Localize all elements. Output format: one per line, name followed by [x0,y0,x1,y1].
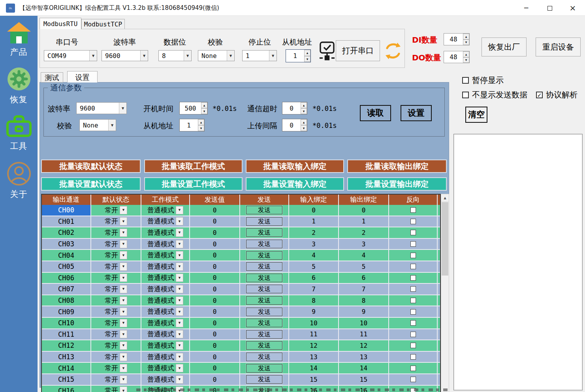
send-button[interactable]: 发送 [246,217,282,226]
spin-up-icon[interactable]: ▲ [304,50,310,56]
protocol-parse-checkbox[interactable]: ✓ 协议解析 [536,90,577,100]
input-bind-cell[interactable]: 1 [289,216,339,227]
invert-checkbox[interactable] [410,207,416,213]
output-bind-cell[interactable]: 12 [339,340,389,351]
send-value-cell[interactable]: 0 [190,284,240,294]
input-bind-cell[interactable]: 7 [289,284,339,294]
chevron-down-icon[interactable]: ▼ [176,319,183,327]
chevron-down-icon[interactable]: ▼ [176,308,183,316]
spin-up-icon[interactable]: ▲ [463,51,469,57]
chevron-down-icon[interactable]: ▼ [176,274,183,282]
stopbits-select[interactable]: 1▼ [242,50,277,61]
read-params-button[interactable]: 读取 [360,105,391,121]
batch-read-work-mode-button[interactable]: 批量读取工作模式 [144,159,243,173]
spin-up-icon[interactable]: ▲ [301,119,307,125]
input-bind-cell[interactable]: 12 [289,340,339,351]
comm-baud-select[interactable]: 9600▼ [76,102,127,114]
send-value-cell[interactable]: 0 [190,374,240,385]
send-button[interactable]: 发送 [246,240,282,248]
tab-test[interactable]: 测试 [41,72,63,83]
send-value-cell[interactable]: 0 [190,329,240,340]
sidebar-item-products[interactable]: 产品 [0,21,38,58]
output-bind-cell[interactable]: 13 [339,352,389,362]
channel-cell[interactable]: CH13 [42,352,91,362]
comm-slave-spinner[interactable]: 1 ▲▼ [179,119,205,131]
batch-set-output-bind-button[interactable]: 批量设置输出绑定 [347,177,447,191]
input-bind-cell[interactable]: 11 [289,329,339,340]
chevron-down-icon[interactable]: ▼ [176,206,183,214]
chevron-down-icon[interactable]: ▼ [120,263,127,271]
default-state-select[interactable]: 常开▼ [91,306,141,317]
channel-cell[interactable]: CH01 [42,216,91,227]
output-bind-cell[interactable]: 0 [339,205,389,216]
work-mode-select[interactable]: 普通模式▼ [141,340,190,351]
spin-down-icon[interactable]: ▼ [198,125,204,131]
output-bind-cell[interactable]: 1 [339,216,389,227]
channel-cell[interactable]: CH03 [42,239,91,249]
work-mode-select[interactable]: 普通模式▼ [141,306,190,317]
timeout-spinner[interactable]: 0 ▲▼ [282,102,307,114]
output-bind-cell[interactable]: 3 [339,239,389,249]
chevron-down-icon[interactable]: ▼ [120,364,127,372]
chevron-down-icon[interactable]: ▼ [176,251,183,259]
batch-set-input-bind-button[interactable]: 批量设置输入绑定 [246,177,344,191]
chevron-down-icon[interactable]: ▼ [120,319,127,327]
output-bind-cell[interactable]: 6 [339,273,389,283]
chevron-down-icon[interactable]: ▼ [120,375,127,384]
work-mode-select[interactable]: 普通模式▼ [141,374,190,385]
spin-down-icon[interactable]: ▼ [201,108,207,114]
channel-cell[interactable]: CH00 [42,205,91,216]
output-bind-cell[interactable]: 11 [339,329,389,340]
chevron-down-icon[interactable]: ▼ [120,274,127,282]
output-bind-cell[interactable]: 9 [339,306,389,317]
upload-interval-spinner[interactable]: 0 ▲▼ [282,119,307,131]
log-output-area[interactable] [453,134,583,390]
default-state-select[interactable]: 常开▼ [91,352,141,362]
invert-checkbox[interactable] [410,366,416,371]
input-bind-cell[interactable]: 3 [289,239,339,249]
send-button[interactable]: 发送 [246,274,282,282]
sidebar-item-about[interactable]: 关于 [0,161,38,200]
chevron-down-icon[interactable]: ▼ [176,296,183,305]
send-button[interactable]: 发送 [246,262,282,271]
set-params-button[interactable]: 设置 [401,105,432,121]
invert-checkbox[interactable] [410,253,416,258]
input-bind-cell[interactable]: 10 [289,318,339,328]
chevron-down-icon[interactable]: ▼ [176,375,183,384]
chevron-down-icon[interactable]: ▼ [120,353,127,361]
spin-up-icon[interactable]: ▲ [198,119,204,125]
send-value-cell[interactable]: 0 [190,227,240,238]
output-bind-cell[interactable]: 14 [339,363,389,373]
chevron-down-icon[interactable]: ▼ [176,330,183,338]
channel-cell[interactable]: CH02 [42,227,91,238]
default-state-select[interactable]: 常开▼ [91,284,141,294]
spin-down-icon[interactable]: ▼ [463,57,469,63]
chevron-down-icon[interactable]: ▼ [120,206,127,214]
output-bind-cell[interactable]: 5 [339,261,389,272]
input-bind-cell[interactable]: 6 [289,273,339,283]
invert-checkbox[interactable] [410,298,416,303]
input-bind-cell[interactable]: 5 [289,261,339,272]
default-state-select[interactable]: 常开▼ [91,239,141,249]
open-serial-button[interactable]: 打开串口 [336,40,380,61]
baud-select[interactable]: 9600▼ [102,50,148,61]
send-value-cell[interactable]: 0 [190,273,240,283]
invert-checkbox[interactable] [410,230,416,235]
default-state-select[interactable]: 常开▼ [91,227,141,238]
channel-cell[interactable]: CH10 [42,318,91,328]
di-count-spinner[interactable]: 48 ▲▼ [444,33,470,45]
work-mode-select[interactable]: 普通模式▼ [141,227,190,238]
default-state-select[interactable]: 常开▼ [91,250,141,261]
send-button[interactable]: 发送 [246,308,282,316]
invert-checkbox[interactable] [410,354,416,360]
default-state-select[interactable]: 常开▼ [91,273,141,283]
default-state-select[interactable]: 常开▼ [91,374,141,385]
slave-addr-spinner[interactable]: 1 ▲▼ [286,49,311,62]
default-state-select[interactable]: 常开▼ [91,340,141,351]
input-bind-cell[interactable]: 13 [289,352,339,362]
batch-set-default-state-button[interactable]: 批量设置默认状态 [41,177,141,191]
work-mode-select[interactable]: 普通模式▼ [141,216,190,227]
work-mode-select[interactable]: 普通模式▼ [141,205,190,216]
boot-time-spinner[interactable]: 500 ▲▼ [179,102,208,114]
output-bind-cell[interactable]: 7 [339,284,389,294]
